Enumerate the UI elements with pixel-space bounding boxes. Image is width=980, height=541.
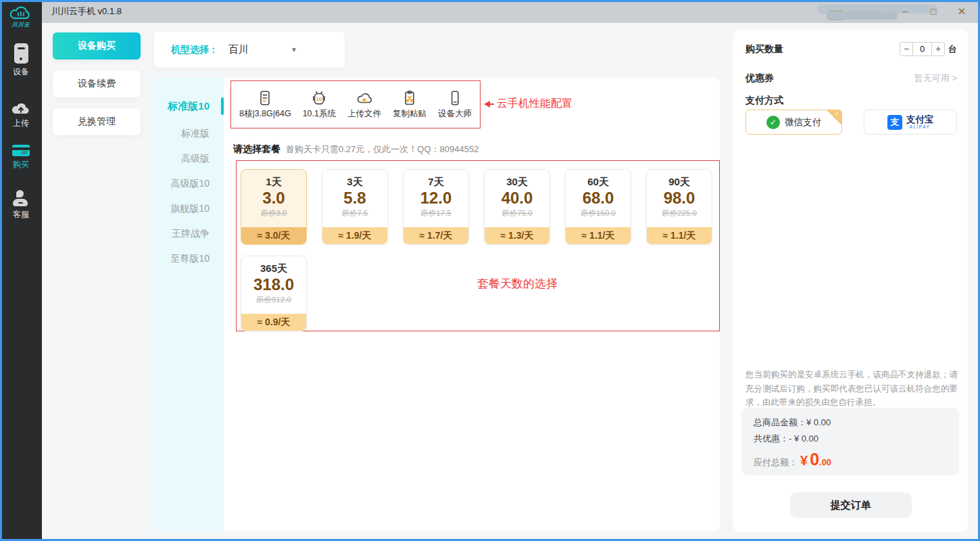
sidebar-item-devices[interactable]: 设备 xyxy=(0,43,42,78)
package-days: 90天 xyxy=(647,176,712,189)
annotation-package-days: 套餐天数的选择 xyxy=(477,276,558,291)
package-card-365day[interactable]: 365天 318.0 原价912.0 ≈ 0.9/天 xyxy=(241,256,307,331)
close-button[interactable]: ✕ xyxy=(948,0,976,23)
submit-order-button[interactable]: 提交订单 xyxy=(790,492,912,518)
refund-disclaimer: 您当前购买的是安卓系统云手机，该商品不支持退款；请充分测试后订购，购买即代表您已… xyxy=(745,368,958,410)
cloud-upload-icon xyxy=(356,89,373,107)
package-days: 7天 xyxy=(403,176,468,189)
order-panel: 购买数量 − + 台 优惠券 暂无可用 > 支付方式 ✓ 微信支付 ✓ 支 支付… xyxy=(733,30,968,532)
package-per-day: ≈ 1.1/天 xyxy=(647,227,712,244)
feature-copy-paste: 复制粘贴 xyxy=(393,89,426,120)
arrow-left-icon xyxy=(484,101,490,108)
sidebar-item-label: 设备 xyxy=(13,66,29,78)
android-icon: 10 xyxy=(310,89,328,107)
cloud-logo-icon xyxy=(10,5,32,20)
spec-chip-icon xyxy=(256,89,274,107)
feature-label: 设备大师 xyxy=(438,108,472,120)
discount-label: 共优惠： xyxy=(754,433,789,444)
window-controls: − □ ✕ xyxy=(891,0,976,23)
quantity-stepper: − + 台 xyxy=(900,42,957,56)
package-days: 60天 xyxy=(566,176,631,189)
nav-device-purchase-button[interactable]: 设备购买 xyxy=(53,32,141,60)
nav-device-renewal-button[interactable]: 设备续费 xyxy=(53,70,141,97)
feature-label: 上传文件 xyxy=(347,108,381,120)
nav-redeem-management-button[interactable]: 兑换管理 xyxy=(53,108,141,135)
feature-upload: 上传文件 xyxy=(347,89,381,120)
package-card-7day[interactable]: 7天 12.0 原价17.5 ≈ 1.7/天 xyxy=(403,169,469,245)
app-logo: 川川云 xyxy=(0,5,42,28)
payment-options: ✓ 微信支付 ✓ 支 支付宝 ALIPAY xyxy=(745,110,957,135)
annotation-text: 云手机性能配置 xyxy=(497,97,572,111)
feature-device-master: 设备大师 xyxy=(438,89,472,120)
package-original-price: 原价150.0 xyxy=(566,208,631,218)
performance-config-box: 8核|3.8G|64G 10 10.1系统 上传文件 xyxy=(230,80,481,128)
clipboard-scissors-icon xyxy=(401,89,418,107)
package-original-price: 原价912.0 xyxy=(241,295,306,305)
coupon-row[interactable]: 优惠券 暂无可用 > xyxy=(745,72,957,85)
alipay-icon: 支 xyxy=(887,115,902,130)
total-amount-label: 总商品金额： xyxy=(754,417,806,427)
package-selection-box: 1天 3.0 原价3.0 ≈ 3.0/天 3天 5.8 原价7.5 ≈ 1.9/… xyxy=(236,160,720,331)
package-price: 318.0 xyxy=(241,275,306,294)
minimize-button[interactable]: − xyxy=(891,0,919,23)
feature-label: 复制粘贴 xyxy=(393,108,426,120)
tab-advanced[interactable]: 高级版 xyxy=(154,146,224,170)
package-per-day: ≈ 0.9/天 xyxy=(241,314,306,331)
quantity-row: 购买数量 − + 台 xyxy=(745,42,957,56)
package-price: 5.8 xyxy=(322,189,387,208)
annotation-text: 套餐天数的选择 xyxy=(477,276,558,291)
package-original-price: 原价75.0 xyxy=(485,208,549,218)
selected-check-badge: ✓ xyxy=(826,110,842,126)
package-per-day: ≈ 1.1/天 xyxy=(566,227,631,244)
feature-os: 10 10.1系统 xyxy=(303,89,336,120)
active-tab-indicator xyxy=(221,97,224,115)
total-amount-value: ¥ 0.00 xyxy=(806,417,831,427)
package-price: 40.0 xyxy=(485,189,549,208)
tab-standard[interactable]: 标准版 xyxy=(154,121,224,145)
package-card-90day[interactable]: 90天 98.0 原价225.0 ≈ 1.1/天 xyxy=(646,169,712,245)
package-original-price: 原价7.5 xyxy=(322,208,387,218)
quantity-decrease-button[interactable]: − xyxy=(900,42,913,56)
cloud-upload-icon xyxy=(11,100,30,115)
sidebar-item-purchase[interactable]: /// 购买 xyxy=(0,145,42,170)
sidebar-item-upload[interactable]: 上传 xyxy=(0,100,42,129)
package-card-60day[interactable]: 60天 68.0 原价150.0 ≈ 1.1/天 xyxy=(565,169,631,245)
package-header: 请选择套餐 首购天卡只需0.27元，仅此一次！QQ：80944552 xyxy=(233,143,479,156)
tab-ace-war[interactable]: 王牌战争 xyxy=(154,221,224,245)
package-per-day: ≈ 3.0/天 xyxy=(241,227,306,244)
model-select-dropdown[interactable]: 机型选择： 百川 ▼ xyxy=(154,32,345,68)
package-price: 3.0 xyxy=(241,189,306,208)
total-amount-line: 总商品金额：¥ 0.00 xyxy=(754,417,947,429)
maximize-button[interactable]: □ xyxy=(919,0,948,23)
tab-supreme-10[interactable]: 至尊版10 xyxy=(154,246,224,270)
quantity-input[interactable] xyxy=(913,42,931,56)
sidebar-item-label: 购买 xyxy=(13,159,29,170)
alipay-sublabel: ALIPAY xyxy=(910,125,931,130)
tab-standard-10[interactable]: 标准版10 xyxy=(154,94,224,118)
package-per-day: ≈ 1.9/天 xyxy=(322,227,387,244)
package-per-day: ≈ 1.3/天 xyxy=(485,227,549,244)
package-card-3day[interactable]: 3天 5.8 原价7.5 ≈ 1.9/天 xyxy=(322,169,388,245)
package-price: 98.0 xyxy=(647,189,712,208)
version-tab-list: 标准版10 标准版 高级版 高级版10 旗舰版10 王牌战争 至尊版10 xyxy=(154,78,224,531)
tab-flagship-10[interactable]: 旗舰版10 xyxy=(154,196,224,220)
alipay-button[interactable]: 支 支付宝 ALIPAY xyxy=(864,110,957,135)
wechat-pay-button[interactable]: ✓ 微信支付 ✓ xyxy=(745,110,842,135)
package-card-30day[interactable]: 30天 40.0 原价75.0 ≈ 1.3/天 xyxy=(484,169,550,245)
order-summary-box: 总商品金额：¥ 0.00 共优惠：- ¥ 0.00 应付总额： ¥ 0 .00 xyxy=(741,408,959,475)
discount-value: - ¥ 0.00 xyxy=(789,433,818,444)
payment-method-label: 支付方式 xyxy=(745,95,783,107)
sidebar-item-label: 上传 xyxy=(13,118,29,129)
purchase-card-icon: /// xyxy=(12,145,30,156)
wechat-pay-icon: ✓ xyxy=(766,116,780,129)
package-card-1day[interactable]: 1天 3.0 原价3.0 ≈ 3.0/天 xyxy=(241,169,307,245)
logo-text: 川川云 xyxy=(12,21,30,28)
quantity-increase-button[interactable]: + xyxy=(931,42,945,56)
package-price: 12.0 xyxy=(403,189,468,208)
feature-spec: 8核|3.8G|64G xyxy=(239,89,291,120)
window-title: 川川云手机 v0.1.8 xyxy=(51,5,122,18)
tab-advanced-10[interactable]: 高级版10 xyxy=(154,171,224,195)
package-days: 30天 xyxy=(485,176,549,189)
coupon-value: 暂无可用 > xyxy=(914,72,957,85)
sidebar-item-support[interactable]: 客服 xyxy=(0,190,42,220)
